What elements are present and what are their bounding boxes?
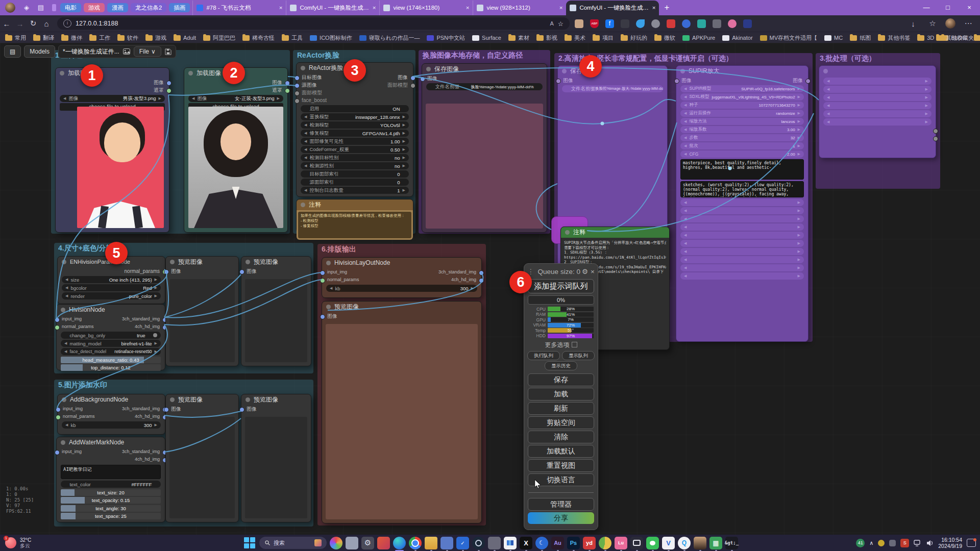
address-bar[interactable]: i 127.0.0.1:8188 A ☆ (57, 17, 570, 30)
supir-widget[interactable]: ◀▶ (680, 215, 804, 222)
image-icon[interactable] (123, 48, 130, 55)
head-ratio-slider[interactable]: head_measure_ratio: 0.43 (61, 357, 161, 363)
tray-app-icon[interactable] (878, 540, 885, 546)
face-detect-widget[interactable]: ◀face_detect_modelretinaface-resnet50▶ (61, 348, 161, 355)
supir-widget[interactable]: ◀SUPIR模型SUPIR-v0Q_fp16.safetensors▶ (680, 85, 804, 92)
queue-menu-button[interactable]: 刷新 (528, 402, 594, 415)
supir-widget[interactable]: ◀▶ (680, 199, 804, 206)
bookmark-item[interactable]: 好玩的 (621, 34, 647, 42)
reactor-widget[interactable]: ◀CodeFormer_权重0.50▶ (301, 146, 409, 153)
supir-widget[interactable]: ◀▶ (680, 264, 804, 271)
start-button[interactable] (243, 536, 256, 549)
tab-group-chip[interactable]: 电影 (60, 3, 81, 12)
bgcolor-widget[interactable]: ◀bgcolorRed▶ (62, 284, 161, 291)
show-queue-button[interactable]: 显示队列 (562, 351, 595, 360)
taskbar-app-icon[interactable]: X (520, 537, 532, 549)
taskbar-app-icon[interactable] (440, 537, 453, 549)
node-add-watermark[interactable]: AddWaterMarkNode input_img3ch_standard_i… (56, 437, 165, 522)
bookmark-item[interactable]: 工作 (89, 34, 110, 42)
sidebar-toggle-icon[interactable]: ▤ (4, 45, 21, 58)
bookmark-item[interactable]: 其他书签 (878, 34, 910, 42)
bookmark-item[interactable]: 微伴 (61, 34, 82, 42)
extension-icon[interactable]: ABP (590, 19, 599, 28)
extension-icon[interactable] (743, 19, 752, 28)
read-aloud-icon[interactable]: A (550, 20, 553, 27)
bookmark-item[interactable]: 稀奇古怪 (242, 34, 275, 42)
supir-widget[interactable]: ◀缩放方法lanczos▶ (680, 118, 804, 125)
tab-group-chip[interactable]: 插画 (169, 3, 190, 12)
node-load-image-1[interactable]: 加载图像 图像 遮罩 ◀图像男孩-发型3.png▶ choose file to… (55, 67, 169, 233)
queue-menu-button[interactable]: 剪贴空间 (528, 416, 594, 429)
supir-widget[interactable]: ◀▶ (680, 232, 804, 239)
taskbar-app-icon[interactable] (409, 537, 422, 549)
node-reactor[interactable]: ReActor换脸 目标图像图像 源图像面部模型 面部模型 face_boost… (296, 62, 413, 197)
taskbar-app-icon[interactable] (425, 537, 437, 549)
batch-widget[interactable]: ◀▶ (823, 102, 932, 109)
window-minimize-button[interactable]: — (916, 0, 937, 15)
close-icon[interactable]: × (591, 268, 595, 276)
file-menu-button[interactable]: File ∨ (134, 46, 161, 57)
taskbar-app-icon[interactable] (393, 537, 406, 549)
watermark-slider[interactable]: text_opacity: 0.15 (61, 497, 161, 504)
comfyui-canvas[interactable]: ▤ Models *一键换脸生成证件... File ∨ 1.上传组 ReAct… (0, 43, 980, 535)
positive-prompt[interactable]: masterpiece, best quality,finely detail,… (680, 159, 804, 180)
window-close-button[interactable]: × (959, 0, 980, 15)
bookmark-item[interactable]: MV存档文件适用【 (760, 34, 818, 42)
reactor-widget[interactable]: ◀检测模型YOLOv5l▶ (301, 121, 409, 129)
node-params[interactable]: ENHivisionParamsNode normal_params ◀size… (57, 256, 165, 304)
taskbar-app-icon[interactable]: V (662, 537, 675, 549)
node-preview-image-layout[interactable]: 预览图像 图像 (322, 301, 482, 523)
taskbar-search[interactable]: 搜索 (259, 537, 327, 549)
network-icon[interactable] (914, 540, 922, 546)
node-preview-image[interactable]: 预览图像 图像 (241, 394, 311, 522)
supir-widget[interactable]: ◀▶ (680, 272, 804, 280)
bookmark-item[interactable]: 影视 (536, 34, 557, 42)
bookmark-item[interactable]: 常用 (5, 34, 26, 42)
queue-menu-button[interactable]: 保存 (528, 373, 594, 386)
bookmark-item[interactable]: 美术 (565, 34, 585, 42)
bookmark-item[interactable]: 微软 (654, 34, 675, 42)
extension-icon[interactable] (667, 19, 675, 28)
tray-expand-icon[interactable]: ∧ (869, 540, 873, 546)
text-color-widget[interactable]: ◀text_color#FFFFFF▶ (61, 481, 161, 488)
supir-widget[interactable]: ◀CFG2.00▶ (680, 151, 804, 158)
supir-widget[interactable]: ◀种子1072707713643270▶ (680, 102, 804, 109)
node-save-image[interactable]: 保存图像 图像 ◀文件名前缀换脸%image-%date:yyyy-MM-dd%… (422, 63, 547, 233)
tray-battery-icon[interactable]: 41 (856, 539, 865, 547)
supir-widget[interactable]: ◀缩放系数3.00▶ (680, 126, 804, 133)
reactor-widget[interactable]: ◀修复模型GFPGANv1.4.pth▶ (301, 130, 409, 137)
extension-icon[interactable] (651, 19, 660, 28)
tab-list-icon[interactable]: ▤ (36, 3, 45, 12)
batch-widget[interactable]: ◀▶ (823, 118, 932, 126)
batch-widget[interactable]: ◀▶ (823, 78, 932, 85)
supir-widget[interactable]: ◀批次1▶ (680, 142, 804, 149)
supir-widget[interactable]: ◀▶ (680, 223, 804, 231)
taskbar-app-icon[interactable] (646, 537, 659, 549)
bookmark-item[interactable]: Surface (472, 35, 501, 41)
reactor-widget[interactable]: ◀置换模型inswapper_128.onnx▶ (301, 113, 409, 120)
bookmark-item[interactable]: 阿里巴巴 (203, 34, 235, 42)
supir-widget[interactable]: ◀▶ (680, 207, 804, 214)
watermark-slider[interactable]: text_size: 20 (61, 489, 161, 496)
back-button[interactable]: ← (0, 19, 13, 28)
supir-widget[interactable]: ◀步数32▶ (680, 134, 804, 141)
other-bookmarks[interactable]: 其他收藏夹 (936, 34, 974, 42)
batch-widget[interactable]: ◀▶ (823, 94, 932, 101)
tab-group-chip[interactable]: 游戏 (84, 3, 105, 12)
taskbar-app-icon[interactable] (346, 537, 358, 549)
kb-widget[interactable]: ◀kb300▶ (326, 285, 477, 292)
taskbar-app-icon[interactable] (330, 537, 342, 549)
taskbar-app-icon[interactable]: Ps (567, 537, 580, 549)
taskbar-app-icon[interactable]: Lu (615, 537, 627, 549)
taskbar-app-icon[interactable]: ✓ (456, 537, 469, 549)
taskbar-app-icon[interactable]: Au (551, 537, 564, 549)
reactor-widget[interactable]: ◀面部修复可见性1.00▶ (301, 138, 409, 145)
node-preview-image[interactable]: 预览图像 图像 (241, 256, 311, 366)
reactor-widget[interactable]: ◀源面部索引0▶ (301, 179, 409, 186)
tab-group-chip[interactable]: 漫画 (107, 3, 128, 12)
queue-menu-button[interactable]: 重置视图 (528, 459, 594, 472)
matting-model-widget[interactable]: ◀matting_modelbirefnet-v1-lite▶ (61, 340, 161, 347)
bookmark-item[interactable]: ICO图标制作 (310, 34, 352, 42)
taskbar-app-icon[interactable]: Q (678, 537, 691, 549)
extension-icon[interactable] (697, 19, 706, 28)
